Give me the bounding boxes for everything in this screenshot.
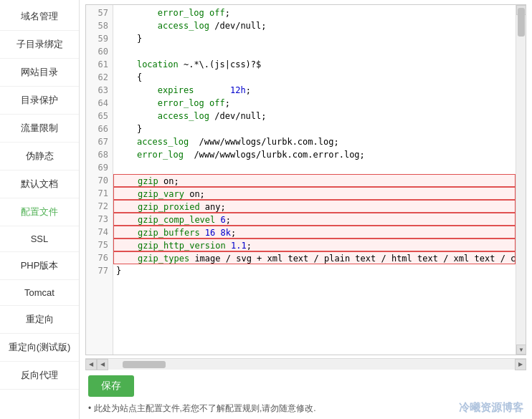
code-content[interactable]: error_log off; access_log /dev/null; } l… bbox=[113, 5, 516, 355]
code-line-73: gzip_comp_level 6; bbox=[113, 213, 516, 226]
line-number-73: 73 bbox=[86, 213, 113, 226]
line-number-58: 58 bbox=[86, 19, 113, 32]
line-number-65: 65 bbox=[86, 110, 113, 122]
scroll-down-arrow[interactable]: ▼ bbox=[516, 345, 526, 355]
code-line-63: expires 12h; bbox=[116, 84, 513, 97]
line-number-69: 69 bbox=[86, 161, 113, 174]
sidebar-item-2[interactable]: 网站目录 bbox=[0, 59, 79, 87]
sidebar: 域名管理子目录绑定网站目录目录保护流量限制伪静态默认文档配置文件SSLPHP版本… bbox=[0, 0, 80, 419]
sidebar-item-3[interactable]: 目录保护 bbox=[0, 87, 79, 115]
code-line-76: gzip_types image / svg + xml text / plai… bbox=[113, 251, 516, 264]
line-number-77: 77 bbox=[86, 264, 113, 277]
footer-note: 此处为站点主配置文件,若您不了解配置规则,请勿随意修改. bbox=[88, 403, 523, 415]
vertical-scrollbar[interactable]: ▲ ▼ bbox=[516, 5, 526, 355]
scroll-thumb[interactable] bbox=[518, 8, 525, 37]
line-number-63: 63 bbox=[86, 84, 113, 97]
footer: 保存 此处为站点主配置文件,若您不了解配置规则,请勿随意修改. 冷曦资源博客 bbox=[80, 370, 532, 419]
sidebar-item-4[interactable]: 流量限制 bbox=[0, 115, 79, 143]
horizontal-scrollbar[interactable]: ◀ ◀ ▶ bbox=[85, 358, 526, 370]
code-line-60 bbox=[116, 45, 513, 58]
code-line-72: gzip_proxied any; bbox=[113, 200, 516, 213]
code-line-75: gzip_http_version 1.1; bbox=[113, 239, 516, 251]
code-line-71: gzip_vary on; bbox=[113, 187, 516, 200]
scroll-right-arrow[interactable]: ▶ bbox=[515, 359, 526, 370]
code-line-57: error_log off; bbox=[116, 6, 513, 19]
sidebar-item-13[interactable]: 反向代理 bbox=[0, 362, 79, 390]
line-number-70: 70 bbox=[86, 174, 113, 187]
sidebar-item-8[interactable]: SSL bbox=[0, 226, 79, 252]
scroll-left-arrow2[interactable]: ◀ bbox=[97, 359, 108, 370]
line-number-57: 57 bbox=[86, 6, 113, 19]
code-line-59: } bbox=[116, 32, 513, 45]
code-line-68: error_log /www/wwwlogs/lurbk.com.error.l… bbox=[116, 148, 513, 161]
sidebar-item-5[interactable]: 伪静态 bbox=[0, 143, 79, 170]
line-number-75: 75 bbox=[86, 239, 113, 251]
code-line-70: gzip on; bbox=[113, 174, 516, 187]
sidebar-item-12[interactable]: 重定向(测试版) bbox=[0, 334, 79, 362]
line-number-76: 76 bbox=[86, 251, 113, 264]
main-content: 5758596061626364656667686970717273747576… bbox=[80, 0, 532, 419]
code-line-77: } bbox=[116, 264, 513, 277]
line-number-72: 72 bbox=[86, 200, 113, 213]
line-number-66: 66 bbox=[86, 122, 113, 135]
code-line-67: access_log /www/wwwlogs/lurbk.com.log; bbox=[116, 135, 513, 148]
code-line-58: access_log /dev/null; bbox=[116, 19, 513, 32]
sidebar-item-10[interactable]: Tomcat bbox=[0, 280, 79, 306]
line-numbers: 5758596061626364656667686970717273747576… bbox=[86, 5, 113, 355]
code-line-74: gzip_buffers 16 8k; bbox=[113, 226, 516, 239]
sidebar-item-7[interactable]: 配置文件 bbox=[0, 198, 79, 226]
sidebar-item-11[interactable]: 重定向 bbox=[0, 306, 79, 334]
sidebar-item-9[interactable]: PHP版本 bbox=[0, 252, 79, 280]
scroll-left-arrow[interactable]: ◀ bbox=[85, 359, 97, 370]
sidebar-item-6[interactable]: 默认文档 bbox=[0, 170, 79, 198]
code-line-61: location ~.*\.(js|css)?$ bbox=[116, 58, 513, 71]
code-line-69 bbox=[116, 161, 513, 174]
code-editor[interactable]: 5758596061626364656667686970717273747576… bbox=[85, 4, 526, 355]
hscroll-thumb[interactable] bbox=[123, 361, 166, 368]
line-number-67: 67 bbox=[86, 135, 113, 148]
hscroll-track bbox=[108, 361, 515, 368]
line-number-60: 60 bbox=[86, 45, 113, 58]
line-number-68: 68 bbox=[86, 148, 113, 161]
code-line-66: } bbox=[116, 122, 513, 135]
code-line-64: error_log off; bbox=[116, 97, 513, 110]
sidebar-item-1[interactable]: 子目录绑定 bbox=[0, 31, 79, 59]
line-number-71: 71 bbox=[86, 187, 113, 200]
code-line-62: { bbox=[116, 71, 513, 84]
line-number-59: 59 bbox=[86, 32, 113, 45]
line-number-64: 64 bbox=[86, 97, 113, 110]
line-number-62: 62 bbox=[86, 71, 113, 84]
line-number-61: 61 bbox=[86, 58, 113, 71]
code-line-65: access_log /dev/null; bbox=[116, 110, 513, 122]
save-button[interactable]: 保存 bbox=[88, 375, 134, 397]
sidebar-item-0[interactable]: 域名管理 bbox=[0, 3, 79, 31]
line-number-74: 74 bbox=[86, 226, 113, 239]
